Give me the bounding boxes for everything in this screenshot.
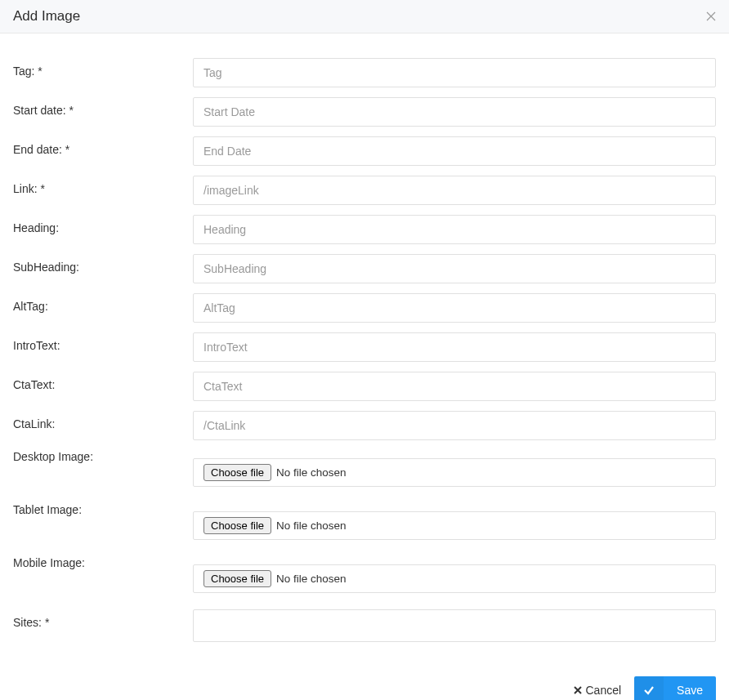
label-tag: Tag: * xyxy=(13,58,193,78)
label-sites: Sites: * xyxy=(13,609,193,629)
modal-body: Tag: * Start date: * End date: * Link: *… xyxy=(0,33,729,668)
label-end-date: End date: * xyxy=(13,136,193,156)
file-picker-tablet[interactable]: Choose file No file chosen xyxy=(193,511,716,540)
label-desktop-image: Desktop Image: xyxy=(13,450,193,463)
field-tablet-image: Tablet Image: Choose file No file chosen xyxy=(13,503,716,540)
save-button[interactable]: Save xyxy=(634,676,716,700)
file-picker-desktop[interactable]: Choose file No file chosen xyxy=(193,458,716,487)
label-ctalink: CtaLink: xyxy=(13,411,193,430)
field-link: Link: * xyxy=(13,176,716,205)
label-mobile-image: Mobile Image: xyxy=(13,556,193,569)
file-picker-mobile[interactable]: Choose file No file chosen xyxy=(193,564,716,593)
modal-footer: Cancel Save xyxy=(0,668,729,700)
check-icon xyxy=(634,676,664,700)
field-heading: Heading: xyxy=(13,215,716,244)
input-sites[interactable] xyxy=(193,609,716,642)
label-ctatext: CtaText: xyxy=(13,372,193,391)
input-start-date[interactable] xyxy=(193,97,716,127)
field-alttag: AltTag: xyxy=(13,293,716,323)
field-introtext: IntroText: xyxy=(13,332,716,362)
close-icon[interactable] xyxy=(706,11,716,21)
field-end-date: End date: * xyxy=(13,136,716,166)
field-subheading: SubHeading: xyxy=(13,254,716,283)
modal-header: Add Image xyxy=(0,0,729,33)
field-ctalink: CtaLink: xyxy=(13,411,716,440)
label-alttag: AltTag: xyxy=(13,293,193,313)
input-heading[interactable] xyxy=(193,215,716,244)
x-icon xyxy=(574,686,582,694)
label-link: Link: * xyxy=(13,176,193,195)
input-tag[interactable] xyxy=(193,58,716,87)
save-button-label: Save xyxy=(664,676,716,700)
input-end-date[interactable] xyxy=(193,136,716,166)
input-ctatext[interactable] xyxy=(193,372,716,401)
label-introtext: IntroText: xyxy=(13,332,193,352)
field-desktop-image: Desktop Image: Choose file No file chose… xyxy=(13,450,716,487)
modal-title: Add Image xyxy=(13,8,80,25)
label-tablet-image: Tablet Image: xyxy=(13,503,193,516)
choose-file-button-desktop[interactable]: Choose file xyxy=(203,464,271,481)
field-tag: Tag: * xyxy=(13,58,716,87)
file-status-tablet: No file chosen xyxy=(276,519,347,532)
file-status-mobile: No file chosen xyxy=(276,573,347,585)
field-start-date: Start date: * xyxy=(13,97,716,127)
choose-file-button-tablet[interactable]: Choose file xyxy=(203,517,271,534)
input-link[interactable] xyxy=(193,176,716,205)
label-start-date: Start date: * xyxy=(13,97,193,117)
label-heading: Heading: xyxy=(13,215,193,234)
input-subheading[interactable] xyxy=(193,254,716,283)
field-mobile-image: Mobile Image: Choose file No file chosen xyxy=(13,556,716,593)
label-subheading: SubHeading: xyxy=(13,254,193,274)
cancel-button[interactable]: Cancel xyxy=(570,677,624,700)
choose-file-button-mobile[interactable]: Choose file xyxy=(203,570,271,587)
input-alttag[interactable] xyxy=(193,293,716,323)
input-ctalink[interactable] xyxy=(193,411,716,440)
input-introtext[interactable] xyxy=(193,332,716,362)
cancel-button-label: Cancel xyxy=(585,684,621,697)
field-ctatext: CtaText: xyxy=(13,372,716,401)
file-status-desktop: No file chosen xyxy=(276,466,347,479)
field-sites: Sites: * xyxy=(13,609,716,642)
